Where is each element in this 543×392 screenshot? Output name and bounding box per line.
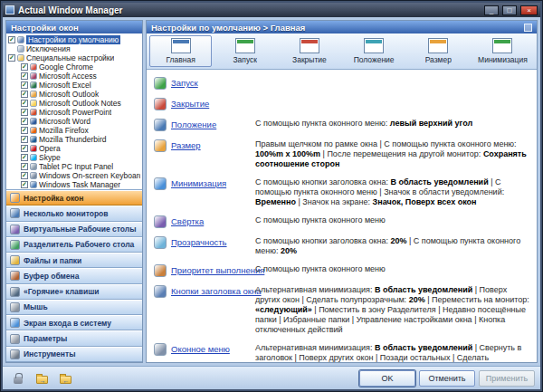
checkbox[interactable]: ✓	[21, 118, 28, 125]
nav-item-label: Параметры	[24, 334, 67, 343]
checkbox[interactable]: ✓	[21, 136, 28, 143]
checkbox[interactable]: ✓	[21, 163, 28, 170]
setting-row-left: Кнопки заголовка окна	[154, 285, 255, 335]
setting-description: Альтернативная минимизация: В область ув…	[255, 343, 531, 362]
setting-icon	[154, 285, 167, 298]
checkbox[interactable]: ✓	[21, 181, 28, 188]
setting-link[interactable]: Положение	[171, 119, 216, 131]
tree-item-icon	[30, 100, 37, 107]
cancel-button[interactable]: Отменить	[419, 370, 475, 387]
folder-import-icon: →	[36, 376, 48, 384]
nav-item-label: «Горячие» клавиши	[24, 287, 100, 296]
tab[interactable]: Размер	[407, 35, 470, 67]
export-settings-button[interactable]: ←	[55, 370, 75, 387]
import-settings-button[interactable]: →	[32, 370, 52, 387]
tree-item[interactable]: ✓ Skype	[21, 153, 140, 162]
sidebar-nav-item[interactable]: Виртуальные Рабочие столы	[6, 222, 142, 237]
lock-icon	[14, 377, 23, 384]
setting-link[interactable]: Запуск	[171, 77, 198, 90]
tree-item-label: Windows Task Manager	[39, 180, 120, 189]
sidebar-nav-item[interactable]: Инструменты	[6, 347, 142, 362]
tab[interactable]: Положение	[343, 35, 405, 67]
checkbox[interactable]: ✓	[21, 72, 28, 80]
sidebar-nav-item[interactable]: Параметры	[6, 330, 142, 346]
tree-item[interactable]: ✓ Tablet PC Input Panel	[21, 162, 140, 171]
tab[interactable]: Запуск	[214, 35, 276, 67]
checkbox[interactable]: ✓	[21, 63, 28, 71]
tree-item-label: Microsoft Outlook Notes	[39, 99, 121, 108]
tab[interactable]: Минимизация	[472, 35, 534, 67]
setting-link[interactable]: Свёртка	[171, 215, 204, 228]
nav-item-label: Буфер обмена	[24, 272, 79, 281]
tree-item-label: Microsoft Word	[39, 117, 90, 126]
sidebar-nav-item[interactable]: Мышь	[6, 300, 142, 315]
checkbox[interactable]: ✓	[21, 127, 28, 134]
setting-link[interactable]: Закрытие	[171, 98, 209, 110]
tree-item-icon	[30, 172, 37, 179]
setting-link[interactable]: Размер	[171, 139, 201, 152]
ok-button[interactable]: OK	[359, 370, 415, 387]
setting-link[interactable]: Минимизация	[171, 177, 226, 190]
tree-item[interactable]: ✓ Google Chrome	[21, 62, 140, 72]
maximize-button[interactable]: □	[502, 5, 517, 15]
setting-link[interactable]: Кнопки заголовка окна	[171, 285, 262, 298]
apply-button[interactable]: Применить	[479, 370, 535, 387]
tree-item-icon	[30, 127, 37, 134]
tree-item[interactable]: ✓ Mozilla Firefox	[21, 126, 140, 135]
sidebar-nav-item[interactable]: Настройка окон	[6, 190, 142, 206]
sidebar-nav-item[interactable]: Буфер обмена	[6, 268, 142, 283]
tab-icon	[428, 38, 448, 53]
tree-item[interactable]: ✓ Microsoft Word	[21, 117, 140, 126]
tree-item[interactable]: ✓ Windows Task Manager	[21, 180, 140, 189]
setting-description: С помощью пункта оконного меню	[255, 215, 531, 228]
tab-label: Закрытие	[292, 55, 327, 64]
tree-item-label: Microsoft Excel	[39, 81, 91, 90]
setting-link[interactable]: Прозрачность	[171, 236, 227, 249]
tree-item[interactable]: ✓ Mozilla Thunderbird	[21, 135, 140, 144]
tree-item[interactable]: ✓ Microsoft PowerPoint	[21, 108, 140, 117]
tree-item[interactable]: ✓ Microsoft Outlook Notes	[21, 99, 140, 108]
checkbox[interactable]: ✓	[8, 54, 15, 62]
checkbox[interactable]: ✓	[21, 91, 28, 98]
tree-item-label: Microsoft PowerPoint	[39, 108, 111, 117]
checkbox[interactable]: ✓	[21, 100, 28, 107]
tree-item[interactable]: ✓ Настройки по умолчанию	[8, 35, 140, 44]
tab[interactable]: Закрытие	[278, 35, 340, 67]
checkbox[interactable]: ✓	[8, 36, 15, 43]
sidebar-nav-item[interactable]: «Горячие» клавиши	[6, 284, 142, 300]
tree-item[interactable]: ✓ Microsoft Access	[21, 72, 140, 81]
pin-icon[interactable]	[524, 24, 532, 32]
setting-link[interactable]: Оконное меню	[171, 343, 230, 356]
titlebar: Actual Window Manager _ □ ×	[3, 3, 540, 17]
checkbox[interactable]: ✓	[21, 145, 28, 152]
setting-row: Прозрачность С помощью кнопки заголовка …	[154, 236, 531, 256]
setting-description: С помощью пункта оконного меню: левый ве…	[255, 119, 531, 131]
close-button[interactable]: ×	[520, 5, 538, 15]
tab-icon	[235, 38, 255, 53]
tab[interactable]: Главная	[149, 35, 212, 67]
setting-link[interactable]: Приоритет выполнения	[171, 264, 264, 277]
sidebar-nav-item[interactable]: Несколько мониторов	[6, 206, 142, 221]
nav-item-icon	[10, 271, 20, 281]
tree-item[interactable]: ✓ Исключения	[8, 44, 140, 53]
sidebar-nav-item[interactable]: Разделитель Рабочего стола	[6, 237, 142, 253]
tree-item[interactable]: ✓ Microsoft Outlook	[21, 90, 140, 99]
setting-row-left: Размер	[154, 139, 255, 169]
sidebar-nav-item[interactable]: Экран входа в систему	[6, 315, 142, 330]
tab-label: Запуск	[233, 55, 257, 64]
tree-item[interactable]: ✓ Microsoft Excel	[21, 81, 140, 90]
checkbox[interactable]: ✓	[21, 109, 28, 116]
tree-item[interactable]: ✓ Windows On-screen Keyboard	[21, 171, 140, 180]
minimize-button[interactable]: _	[484, 5, 499, 15]
tree-item[interactable]: ✓ Opera	[21, 144, 140, 153]
sidebar-nav-item[interactable]: Файлы и папки	[6, 253, 142, 268]
setting-row-left: Приоритет выполнения	[154, 264, 255, 277]
settings-content: Запуск Закрытие Положение	[147, 70, 537, 362]
checkbox[interactable]: ✓	[21, 154, 28, 161]
checkbox[interactable]: ✓	[21, 81, 28, 89]
tree-item[interactable]: ✓ Специальные настройки	[8, 53, 140, 62]
window-title: Actual Window Manager	[18, 5, 481, 15]
tree-item-label: Mozilla Firefox	[39, 126, 89, 135]
checkbox[interactable]: ✓	[21, 172, 28, 179]
protect-button[interactable]	[8, 370, 28, 387]
